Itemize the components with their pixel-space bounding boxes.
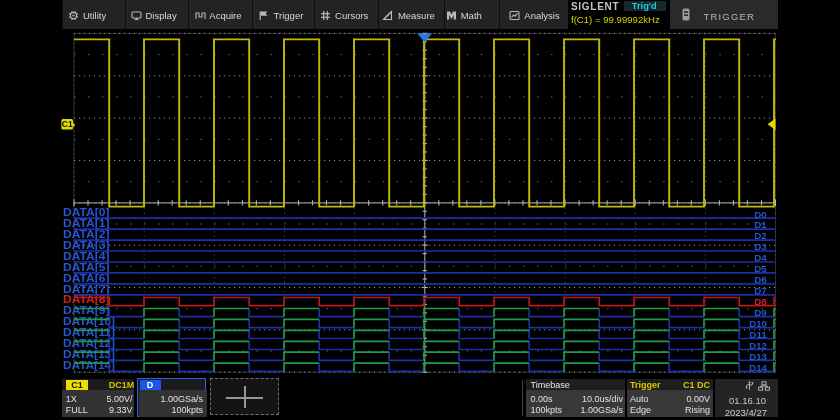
svg-text:DATA[7]: DATA[7] [63, 284, 110, 295]
svg-text:DATA[3]: DATA[3] [63, 240, 110, 251]
svg-text:DATA[0]: DATA[0] [63, 207, 110, 218]
svg-text:DATA[12]: DATA[12] [63, 338, 115, 349]
svg-text:D2: D2 [754, 230, 767, 241]
svg-text:DATA[13]: DATA[13] [63, 349, 115, 360]
svg-text:DATA[1]: DATA[1] [63, 218, 110, 229]
svg-text:DATA[8]: DATA[8] [63, 294, 110, 305]
svg-text:D9: D9 [754, 307, 767, 318]
svg-text:DATA[4]: DATA[4] [63, 251, 110, 262]
svg-text:D7: D7 [754, 285, 767, 296]
svg-text:DATA[5]: DATA[5] [63, 262, 110, 273]
svg-text:D8: D8 [754, 296, 767, 307]
svg-text:DATA[14]: DATA[14] [63, 360, 115, 371]
svg-text:DATA[10]: DATA[10] [63, 316, 115, 327]
svg-text:D11: D11 [749, 329, 767, 340]
svg-text:D0: D0 [754, 209, 767, 220]
svg-text:DATA[11]: DATA[11] [63, 327, 115, 338]
svg-text:DATA[2]: DATA[2] [63, 229, 110, 240]
svg-text:D10: D10 [749, 318, 767, 329]
svg-text:D4: D4 [754, 252, 767, 263]
svg-text:D12: D12 [749, 340, 767, 351]
svg-text:D6: D6 [754, 274, 767, 285]
svg-text:C1: C1 [62, 119, 73, 129]
svg-text:D14: D14 [749, 362, 767, 373]
svg-text:DATA[9]: DATA[9] [63, 305, 110, 316]
svg-text:D3: D3 [754, 241, 767, 252]
svg-text:D5: D5 [754, 263, 767, 274]
svg-text:D1: D1 [754, 219, 767, 230]
svg-text:D13: D13 [749, 351, 767, 362]
svg-text:DATA[6]: DATA[6] [63, 273, 110, 284]
